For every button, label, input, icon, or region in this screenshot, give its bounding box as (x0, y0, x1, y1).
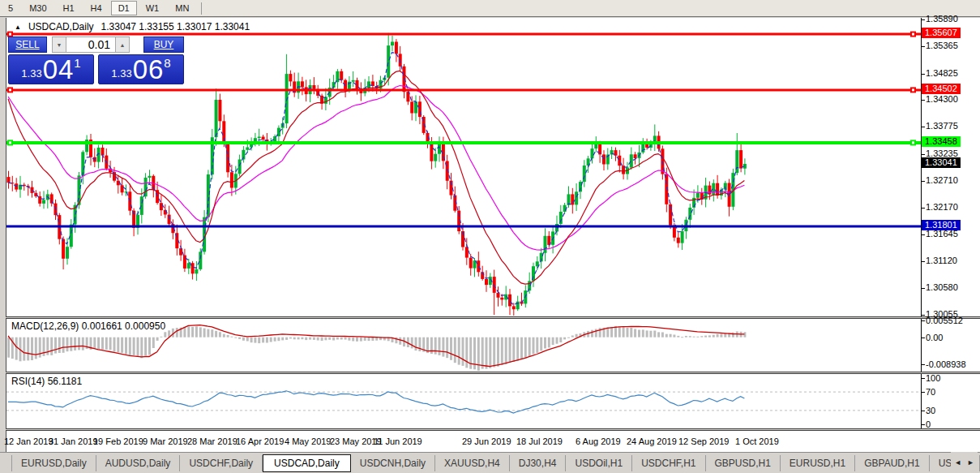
rsi-axis-tick (921, 424, 925, 425)
volume-decrease-button[interactable]: ▼ (52, 37, 66, 53)
price-axis-tick-label: 1.35890 (926, 14, 958, 24)
price-axis-tick (921, 208, 925, 209)
chart-tab-usdcnh-daily[interactable]: USDCNH,Daily (351, 455, 435, 471)
date-label: 24 Aug 2019 (627, 436, 677, 446)
price-level-badge: 1.33458 (922, 136, 961, 147)
macd-panel-separator[interactable] (6, 316, 980, 319)
spin-down-icon: ▼ (57, 42, 62, 48)
buy-price-sup: 8 (164, 56, 170, 70)
macd-axis-tick-label: 0.00 (926, 333, 943, 342)
chart-tab-eurusd-daily[interactable]: EURUSD,Daily (11, 455, 96, 471)
price-axis-tick-label: 1.31120 (926, 256, 957, 265)
date-label: 11 Jun 2019 (374, 436, 422, 446)
price-axis-tick-label: 1.32710 (926, 175, 958, 185)
buy-price-box[interactable]: 1.33 06 8 (98, 54, 184, 84)
date-label: 12 Jan 2019 (4, 436, 53, 446)
date-label: 31 Jan 2019 (49, 436, 98, 446)
date-label: 29 Jun 2019 (462, 436, 511, 446)
rsi-indicator-label: RSI(14) 56.1181 (11, 376, 82, 387)
rsi-axis-tick (921, 411, 925, 411)
date-label: 19 Feb 2019 (93, 436, 143, 446)
sell-price-prefix: 1.33 (21, 67, 41, 80)
chart-tab-bar: EURUSD,DailyAUDUSD,DailyUSDCHF,DailyUSDC… (0, 452, 980, 473)
date-label: 16 Apr 2019 (236, 436, 284, 446)
price-axis-tick-label: 1.34825 (926, 68, 958, 78)
spin-up-icon: ▲ (120, 42, 126, 48)
chart-tab-usdchf-h1[interactable]: USDCHF,H1 (632, 455, 705, 471)
rsi-panel-separator[interactable] (6, 372, 980, 374)
chart-tab-usdoil-h1[interactable]: USDOil,H1 (566, 455, 632, 471)
rsi-axis-tick (921, 378, 925, 379)
rsi-axis-tick (921, 392, 925, 393)
date-label: 4 May 2019 (285, 436, 331, 446)
sell-price-box[interactable]: 1.33 04 1 (8, 54, 94, 84)
macd-histogram (7, 326, 746, 371)
price-axis-tick (921, 127, 925, 127)
price-axis-tick-label: 1.33775 (926, 121, 958, 131)
chart-tab-gbpusd-h1[interactable]: GBPUSD,H1 (706, 455, 781, 471)
chart-tab-gbpaud-h1[interactable]: GBPAUD,H1 (855, 455, 929, 471)
buy-price-big: 06 (133, 58, 165, 82)
chart-symbol-label: USDCAD,Daily (28, 21, 94, 32)
date-label: 28 Mar 2019 (187, 436, 238, 446)
price-level-badge: 1.35607 (922, 28, 961, 38)
buy-button[interactable]: BUY (143, 37, 184, 53)
macd-axis-tick (921, 320, 925, 321)
tab-scroll-left-icon[interactable]: ◄ (954, 458, 961, 467)
chart-title: ▲ USDCAD,Daily 1.33047 1.33155 1.33017 1… (15, 21, 250, 32)
mt4-trading-terminal: { "toolbar": { "timeframes": [ {"label":… (0, 0, 980, 473)
collapse-triangle-icon[interactable]: ▲ (15, 24, 21, 31)
price-axis-tick-label: 1.35365 (926, 41, 958, 50)
price-axis-tick (921, 74, 925, 75)
rsi-axis-tick-label: 100 (926, 373, 940, 383)
chart-tabs: EURUSD,DailyAUDUSD,DailyUSDCHF,DailyUSDC… (11, 454, 980, 472)
price-axis-tick (921, 261, 925, 262)
price-axis-tick-label: 1.30580 (926, 282, 958, 292)
current-price-badge: 1.33041 (922, 157, 961, 168)
chart-tab-dj30-h4[interactable]: DJ30,H4 (510, 455, 567, 471)
price-axis-tick (921, 288, 925, 289)
macd-axis-tick (921, 338, 925, 338)
date-label: 18 Jul 2019 (516, 436, 563, 446)
tab-scroll-arrows: ◄ ► (951, 452, 978, 473)
date-axis-separator (6, 428, 980, 431)
trade-panel-controls: SELL ▼ 0.01 ▲ BUY (8, 37, 184, 53)
trade-panel-prices: 1.33 04 1 1.33 06 8 (8, 54, 184, 84)
rsi-line (8, 391, 744, 413)
price-level-badge: 1.34502 (922, 84, 961, 94)
chart-tab-xauusd-h4[interactable]: XAUUSD,H4 (435, 455, 510, 471)
sell-button[interactable]: SELL (8, 37, 47, 53)
sell-price-big: 04 (43, 58, 75, 82)
price-axis-tick (921, 19, 925, 20)
date-label: 9 Mar 2019 (143, 436, 188, 446)
buy-price-prefix: 1.33 (111, 67, 131, 80)
chart-left-border (6, 18, 6, 452)
volume-input[interactable]: 0.01 (66, 37, 115, 53)
price-axis-tick (921, 46, 925, 47)
sell-price-sup: 1 (74, 56, 80, 70)
price-axis-tick-label: 1.32170 (926, 202, 958, 212)
price-axis-tick (921, 315, 925, 316)
chart-tab-audusd-daily[interactable]: AUDUSD,Daily (96, 455, 181, 471)
rsi-axis-tick-label: 0 (926, 419, 931, 429)
price-axis-tick-label: 1.34300 (926, 94, 958, 104)
chart-ohlc-quotes: 1.33047 1.33155 1.33017 1.33041 (101, 21, 250, 32)
chart-tab-usdcad-daily[interactable]: USDCAD,Daily (263, 454, 351, 472)
price-axis-tick (921, 154, 925, 155)
date-label: 12 Sep 2019 (678, 436, 729, 446)
macd-axis-tick-label: -0.008938 (926, 359, 966, 369)
chart-tab-eurusd-h1[interactable]: EURUSD,H1 (781, 455, 855, 471)
macd-axis-tick (921, 364, 925, 365)
rsi-axis-tick-label: 70 (926, 387, 935, 397)
macd-axis-tick-label: 0.005512 (926, 316, 963, 325)
tab-scroll-right-icon[interactable]: ► (967, 458, 974, 467)
price-axis-tick (921, 234, 925, 235)
one-click-trade-panel: SELL ▼ 0.01 ▲ BUY 1.33 04 1 1.33 06 8 (8, 37, 184, 84)
price-level-badge: 1.31801 (922, 220, 961, 230)
chart-tab-usdchf-daily[interactable]: USDCHF,Daily (180, 455, 263, 471)
date-label: 6 Aug 2019 (576, 436, 621, 446)
price-axis-tick (921, 181, 925, 182)
date-label: 1 Oct 2019 (735, 436, 779, 446)
rsi-axis-tick-label: 30 (926, 406, 935, 415)
volume-increase-button[interactable]: ▲ (115, 37, 130, 53)
